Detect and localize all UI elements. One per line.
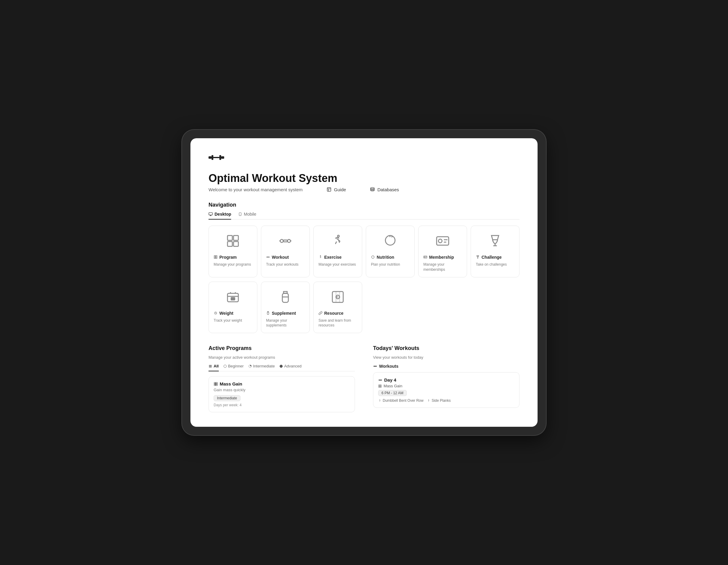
svg-rect-24 [283, 240, 287, 242]
exercises-row: Dumbbell Bent Over Row Side Planks [378, 398, 514, 403]
day4-icon [378, 378, 382, 382]
nav-card-weight[interactable]: Weight Track your weight [209, 282, 257, 333]
nav-card-membership[interactable]: Membership Manage your memberships [418, 226, 467, 278]
svg-rect-57 [267, 312, 269, 314]
filter-beginner[interactable]: Beginner [224, 364, 244, 371]
challenge-icon [476, 232, 514, 250]
workout-card-day4[interactable]: Day 4 Mass Gain 6 PM - 12 AM [373, 372, 519, 408]
svg-rect-79 [379, 384, 380, 386]
mobile-icon [238, 212, 242, 216]
active-programs-title: Active Programs [209, 345, 355, 351]
nav-placeholder-6 [471, 282, 519, 333]
nav-card-resource[interactable]: Resource Save and learn from resources [313, 282, 362, 333]
svg-rect-67 [214, 384, 216, 385]
nav-placeholder-4 [366, 282, 415, 333]
svg-rect-2 [213, 157, 219, 158]
svg-rect-51 [231, 297, 235, 300]
filter-all[interactable]: All [209, 364, 219, 371]
todays-workouts-subtitle: View your workouts for today [373, 355, 519, 359]
nav-card-challenge[interactable]: Challenge Take on challenges [471, 226, 519, 278]
exercise-icon [319, 232, 357, 250]
svg-point-32 [337, 235, 339, 237]
svg-rect-76 [380, 380, 381, 380]
svg-rect-3 [219, 155, 221, 160]
program-filter-tabs: All Beginner Intermediate [209, 364, 355, 371]
svg-point-40 [424, 257, 425, 258]
exercise-small-icon [319, 255, 322, 259]
nav-card-exercise[interactable]: Exercise Manage your exercises [313, 226, 362, 278]
supplement-small-icon [266, 311, 270, 315]
navigation-title: Navigation [209, 202, 519, 208]
nav-grid-row2: Weight Track your weight [209, 282, 519, 333]
filter-intermediate[interactable]: Intermediate [249, 364, 275, 371]
svg-rect-21 [216, 257, 217, 259]
welcome-text: Welcome to your workout management syste… [209, 187, 303, 192]
time-badge: 6 PM - 12 AM [378, 390, 407, 396]
membership-small-icon [423, 255, 427, 259]
nutrition-icon [371, 232, 409, 250]
active-programs-section: Active Programs Manage your active worko… [209, 345, 355, 412]
svg-rect-16 [227, 242, 232, 247]
days-per-week: Days per week: 4 [214, 403, 350, 407]
mass-gain-desc: Gain mass quickly [214, 388, 350, 392]
tab-mobile[interactable]: Mobile [238, 212, 256, 220]
resource-icon [319, 288, 357, 306]
svg-rect-65 [214, 382, 216, 384]
bottom-section: Active Programs Manage your active worko… [209, 345, 519, 412]
desktop-icon [209, 212, 213, 216]
svg-rect-0 [209, 156, 212, 159]
svg-marker-60 [337, 296, 339, 297]
workouts-label: Workouts [373, 364, 519, 369]
filter-all-icon [209, 364, 212, 368]
view-tabs: Desktop Mobile [209, 212, 519, 220]
svg-rect-5 [327, 188, 331, 191]
program-icon [214, 232, 252, 250]
program-card-mass-gain[interactable]: Mass Gain Gain mass quickly Intermediate… [209, 376, 355, 412]
svg-rect-14 [227, 236, 232, 240]
svg-rect-80 [380, 384, 381, 386]
todays-workouts-section: Todays' Workouts View your workouts for … [373, 345, 519, 412]
svg-line-54 [216, 313, 216, 313]
svg-rect-66 [216, 382, 218, 384]
beginner-dot [224, 365, 227, 368]
guide-link[interactable]: Guide [327, 187, 346, 192]
membership-icon [423, 232, 462, 250]
svg-point-33 [320, 256, 321, 256]
exercise2-icon [427, 399, 430, 402]
svg-rect-9 [209, 213, 212, 215]
tab-desktop[interactable]: Desktop [209, 212, 231, 220]
nav-card-supplement[interactable]: Supplement Manage your supplements [261, 282, 310, 333]
svg-rect-82 [380, 386, 381, 387]
nav-placeholder-5 [418, 282, 467, 333]
nav-card-program[interactable]: Program Manage your programs [209, 226, 257, 278]
svg-rect-1 [212, 155, 213, 160]
nav-card-workout[interactable]: Workout Track your workouts [261, 226, 310, 278]
nutrition-small-icon [371, 255, 375, 259]
svg-rect-55 [282, 293, 288, 302]
svg-point-83 [380, 399, 380, 400]
app-logo [209, 153, 519, 165]
intermediate-dot [249, 365, 252, 368]
exercise-1: Dumbbell Bent Over Row [378, 398, 423, 403]
resource-small-icon [319, 311, 322, 315]
guide-icon [327, 187, 331, 192]
active-programs-subtitle: Manage your active workout programs [209, 355, 355, 359]
workout-icon [266, 232, 305, 250]
weight-icon [214, 288, 252, 306]
svg-rect-17 [234, 242, 238, 247]
svg-rect-19 [216, 256, 217, 257]
svg-rect-81 [379, 386, 380, 387]
svg-rect-71 [375, 366, 376, 366]
nav-card-nutrition[interactable]: Nutrition Plan your nutrition [366, 226, 415, 278]
svg-rect-15 [234, 236, 238, 240]
exercise1-icon [378, 399, 381, 402]
svg-rect-68 [216, 384, 218, 385]
svg-point-36 [438, 239, 442, 243]
filter-advanced[interactable]: Advanced [280, 364, 302, 371]
databases-link[interactable]: Databases [370, 187, 399, 192]
workouts-icon [373, 364, 377, 368]
svg-rect-20 [214, 257, 215, 259]
mass-gain-icon [214, 382, 218, 386]
workout-program-icon [378, 384, 382, 388]
nav-grid-row1: Program Manage your programs [209, 226, 519, 278]
